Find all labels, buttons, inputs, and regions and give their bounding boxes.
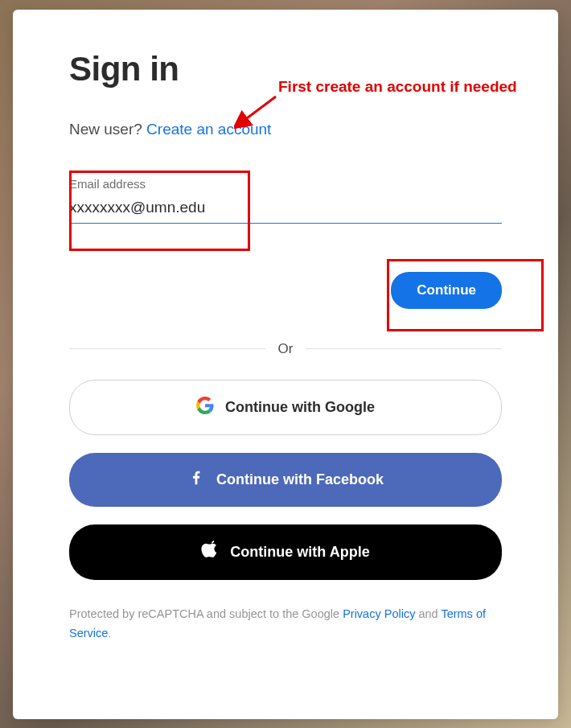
page-title: Sign in — [69, 50, 502, 88]
facebook-icon — [187, 469, 205, 491]
divider-row: Or — [69, 341, 502, 357]
continue-google-button[interactable]: Continue with Google — [69, 380, 502, 435]
email-label: Email address — [69, 177, 502, 191]
continue-apple-button[interactable]: Continue with Apple — [69, 524, 502, 580]
continue-button[interactable]: Continue — [391, 272, 502, 309]
divider-line-left — [69, 348, 265, 349]
google-icon — [196, 397, 214, 418]
email-field-wrapper: Email address — [69, 177, 502, 224]
signin-modal: Sign in New user? Create an account Emai… — [13, 10, 558, 719]
create-account-link[interactable]: Create an account — [146, 121, 271, 138]
divider-line-right — [306, 348, 502, 349]
apple-button-label: Continue with Apple — [230, 544, 369, 561]
apple-icon — [201, 541, 219, 564]
svg-line-1 — [244, 97, 276, 121]
divider-label: Or — [278, 341, 294, 357]
footer-and: and — [415, 607, 441, 620]
footer-suffix: . — [108, 627, 111, 640]
privacy-policy-link[interactable]: Privacy Policy — [343, 607, 415, 620]
footer-text: Protected by reCAPTCHA and subject to th… — [69, 604, 502, 644]
continue-facebook-button[interactable]: Continue with Facebook — [69, 453, 502, 507]
google-button-label: Continue with Google — [225, 399, 375, 416]
footer-prefix: Protected by reCAPTCHA and subject to th… — [69, 607, 343, 620]
new-user-prompt: New user? — [69, 121, 146, 138]
facebook-button-label: Continue with Facebook — [216, 471, 384, 488]
new-user-row: New user? Create an account — [69, 121, 502, 138]
continue-row: Continue — [69, 272, 502, 309]
email-input[interactable] — [69, 195, 502, 224]
